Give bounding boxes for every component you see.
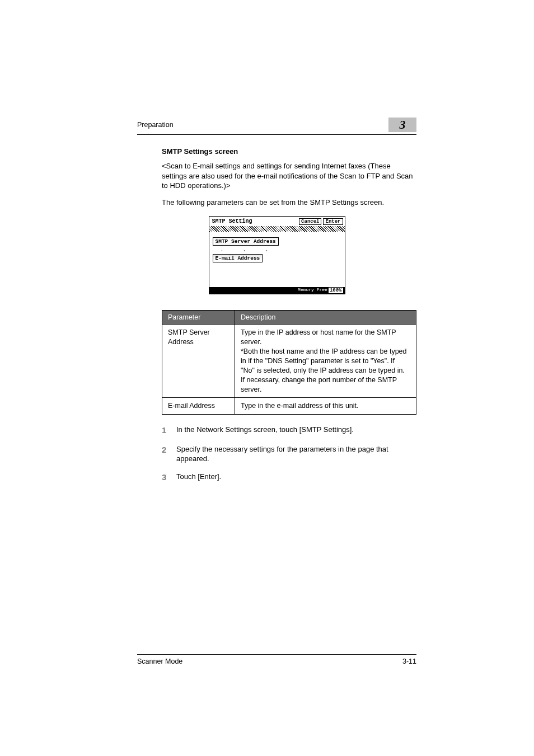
chapter-number: 3	[388, 118, 416, 132]
section-title: SMTP Settings screen	[162, 147, 416, 156]
list-item: 1 In the Network Settings screen, touch …	[162, 425, 416, 436]
step-number: 2	[162, 444, 176, 464]
col-header-parameter: Parameter	[162, 311, 235, 325]
intro-paragraph-2: The following parameters can be set from…	[162, 198, 416, 208]
ip-dots: · · ·	[221, 248, 277, 254]
smtp-server-address-field[interactable]: SMTP Server Address	[213, 237, 279, 246]
device-screenshot: SMTP Setting Cancel Enter SMTP Server Ad…	[209, 216, 345, 294]
col-header-description: Description	[235, 311, 416, 325]
list-item: 3 Touch [Enter].	[162, 472, 416, 483]
parameters-table: Parameter Description SMTP Server Addres…	[162, 310, 416, 415]
cancel-button[interactable]: Cancel	[299, 218, 321, 225]
desc-cell: Type in the e-mail address of this unit.	[235, 398, 416, 415]
intro-paragraph-1: <Scan to E-mail settings and settings fo…	[162, 161, 416, 191]
table-row: E-mail Address Type in the e-mail addres…	[162, 398, 416, 415]
param-cell: E-mail Address	[162, 398, 235, 415]
list-item: 2 Specify the necessary settings for the…	[162, 444, 416, 464]
memory-free-value: 100%	[329, 288, 343, 293]
step-text: Touch [Enter].	[176, 472, 221, 483]
param-cell: SMTP Server Address	[162, 325, 235, 398]
table-row: SMTP Server Address Type in the IP addre…	[162, 325, 416, 398]
footer-right: 3-11	[402, 658, 416, 665]
step-number: 1	[162, 425, 176, 436]
footer-left: Scanner Mode	[137, 658, 182, 665]
email-address-field[interactable]: E-mail Address	[213, 254, 263, 262]
title-hatch	[209, 226, 345, 232]
step-text: Specify the necessary settings for the p…	[176, 444, 416, 464]
step-text: In the Network Settings screen, touch [S…	[176, 425, 354, 436]
screen-title: SMTP Setting	[211, 218, 254, 225]
enter-button[interactable]: Enter	[323, 218, 343, 225]
memory-free-label: Memory Free	[298, 288, 327, 293]
steps-list: 1 In the Network Settings screen, touch …	[162, 425, 416, 483]
step-number: 3	[162, 472, 176, 483]
desc-cell: Type in the IP address or host name for …	[235, 325, 416, 398]
header-section: Preparation	[137, 121, 174, 129]
page-header: Preparation 3	[137, 118, 416, 135]
page-footer: Scanner Mode 3-11	[137, 654, 416, 665]
